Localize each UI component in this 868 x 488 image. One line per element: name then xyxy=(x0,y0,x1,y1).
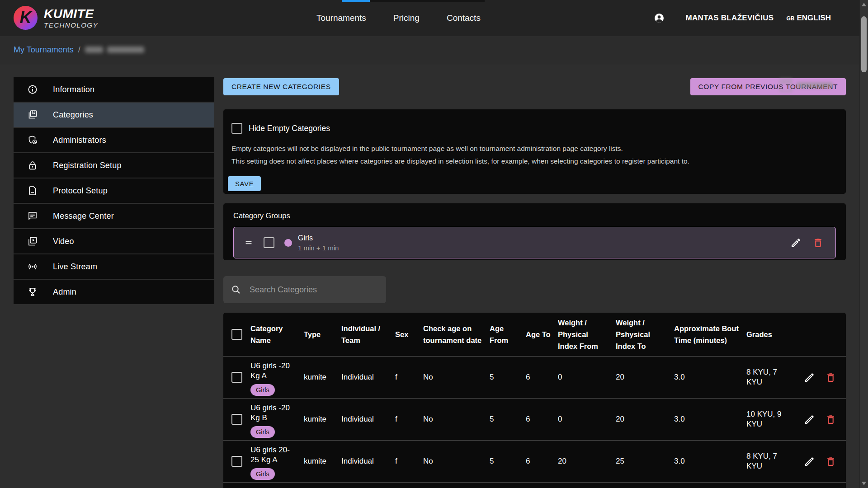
pencil-icon xyxy=(804,414,815,425)
hide-empty-label: Hide Empty Categories xyxy=(249,124,330,133)
trash-icon xyxy=(825,372,836,383)
breadcrumb-separator: / xyxy=(78,45,80,55)
cell-weight_from: 20 xyxy=(558,441,616,482)
row-checkbox[interactable] xyxy=(231,414,242,425)
cell-check_age: No xyxy=(423,441,490,482)
delete-group-button[interactable] xyxy=(812,237,824,249)
cell-age_to: 6 xyxy=(526,399,558,440)
create-new-categories-button[interactable]: CREATE NEW CATEGORIES xyxy=(223,78,339,95)
language-code: GB xyxy=(786,15,794,22)
cell-weight_to xyxy=(616,483,674,488)
language-selector[interactable]: GB ENGLISH xyxy=(786,14,831,23)
sidebar-item-live-stream[interactable]: Live Stream xyxy=(14,254,214,279)
sidebar-item-admin[interactable]: Admin xyxy=(14,280,214,304)
video-library-icon xyxy=(27,236,38,247)
user-name: MANTAS BLAŽEVIČIUS xyxy=(686,14,774,23)
scrollbar-thumb[interactable] xyxy=(861,16,867,72)
cell-sex: f xyxy=(395,357,423,398)
edit-category-button[interactable] xyxy=(804,414,815,425)
cell-sex xyxy=(395,483,423,488)
sidebar-item-administrators[interactable]: Administrators xyxy=(14,128,214,152)
cell-weight_from xyxy=(558,483,616,488)
cell-grades: 8 KYU, 7 KYU xyxy=(746,441,801,482)
delete-category-button[interactable] xyxy=(825,372,836,383)
cell-grades xyxy=(746,483,801,488)
nav-contacts[interactable]: Contacts xyxy=(447,13,481,23)
nav-pricing[interactable]: Pricing xyxy=(393,13,420,23)
sidebar-item-protocol-setup[interactable]: Protocol Setup xyxy=(14,178,214,203)
edit-category-button[interactable] xyxy=(804,372,815,383)
edit-category-button[interactable] xyxy=(804,456,815,467)
user-avatar-icon xyxy=(654,13,665,23)
main-content: CREATE NEW CATEGORIES COPY FROM PREVIOUS… xyxy=(223,64,846,488)
table-row: U6 girls -20 Kg BGirlskumiteIndividualfN… xyxy=(223,399,846,441)
page-load-progressbar xyxy=(342,0,485,2)
user-menu[interactable]: MANTAS BLAŽEVIČIUS GB ENGLISH xyxy=(654,0,831,36)
table-row: U6 girls 20- xyxy=(223,483,846,488)
group-checkbox[interactable] xyxy=(264,237,274,248)
group-name: Girls xyxy=(298,235,339,242)
sidebar: Information Categories Administrators xyxy=(14,77,214,305)
cell-check_age: No xyxy=(423,357,490,398)
nav-tournaments[interactable]: Tournaments xyxy=(316,13,366,23)
info-icon xyxy=(27,84,38,95)
cell-bout_time: 3.0 xyxy=(674,441,746,482)
edit-group-button[interactable] xyxy=(790,237,802,249)
cell-check_age: No xyxy=(423,399,490,440)
column-header: Type xyxy=(304,313,341,356)
delete-category-button[interactable] xyxy=(825,456,836,467)
hide-empty-checkbox[interactable] xyxy=(231,123,242,134)
cell-age_to xyxy=(526,483,558,488)
table-row: U6 girls 20-25 Kg AGirlskumiteIndividual… xyxy=(223,441,846,483)
cell-individual_team: Individual xyxy=(341,357,395,398)
cell-age_from: 5 xyxy=(490,441,526,482)
category-name: U6 girls -20 Kg B xyxy=(250,403,297,423)
calendar-icon xyxy=(780,79,792,92)
sidebar-item-categories[interactable]: Categories xyxy=(14,103,214,127)
brand-tagline: TECHNOLOGY xyxy=(44,22,98,28)
search-categories-box xyxy=(223,276,386,303)
cell-weight_from: 0 xyxy=(558,357,616,398)
column-header: Approximate Bout Time (minutes) xyxy=(674,313,746,356)
toolbar: CREATE NEW CATEGORIES COPY FROM PREVIOUS… xyxy=(223,78,846,95)
row-checkbox[interactable] xyxy=(231,456,242,467)
select-all-checkbox[interactable] xyxy=(231,329,242,340)
brand-logo[interactable]: K KUMITE TECHNOLOGY xyxy=(14,6,98,30)
search-input[interactable] xyxy=(249,285,379,295)
group-chip: Girls xyxy=(250,384,275,396)
sidebar-item-registration-setup[interactable]: Registration Setup xyxy=(14,153,214,178)
cell-age_to: 6 xyxy=(526,441,558,482)
cell-age_from: 5 xyxy=(490,357,526,398)
trash-icon xyxy=(825,456,836,467)
column-header: Individual / Team xyxy=(341,313,395,356)
cell-age_from xyxy=(490,483,526,488)
column-header: Sex xyxy=(395,313,423,356)
language-label: ENGLISH xyxy=(797,14,831,23)
cell-bout_time xyxy=(674,483,746,488)
broadcast-icon xyxy=(27,261,38,272)
cell-grades: 8 KYU, 7 KYU xyxy=(746,357,801,398)
cell-type xyxy=(304,483,341,488)
column-header: Weight / Pshysical Index To xyxy=(616,313,674,356)
sidebar-item-message-center[interactable]: Message Center xyxy=(14,204,214,228)
document-icon xyxy=(27,185,38,196)
delete-category-button[interactable] xyxy=(825,414,836,425)
breadcrumb-my-tournaments[interactable]: My Tournaments xyxy=(14,45,74,55)
scroll-up-arrow[interactable] xyxy=(862,3,866,6)
breadcrumb: My Tournaments / xyxy=(14,45,144,55)
sidebar-item-information[interactable]: Information xyxy=(14,77,214,102)
cell-check_age xyxy=(423,483,490,488)
search-icon xyxy=(231,284,241,295)
category-groups-card: Category Groups Girls 1 min + 1 min xyxy=(223,203,846,260)
drag-handle-icon[interactable] xyxy=(244,238,254,248)
save-button[interactable]: SAVE xyxy=(228,176,261,191)
row-checkbox[interactable] xyxy=(231,372,242,383)
brand-name: KUMITE xyxy=(44,8,98,20)
group-chip: Girls xyxy=(250,426,275,438)
scrollbar[interactable] xyxy=(859,0,868,488)
scroll-down-arrow[interactable] xyxy=(862,482,866,485)
progress-fill xyxy=(342,0,370,2)
hide-empty-description: Empty categories will not be displayed i… xyxy=(231,144,838,166)
tournament-date-redacted xyxy=(780,79,833,92)
sidebar-item-video[interactable]: Video xyxy=(14,229,214,253)
